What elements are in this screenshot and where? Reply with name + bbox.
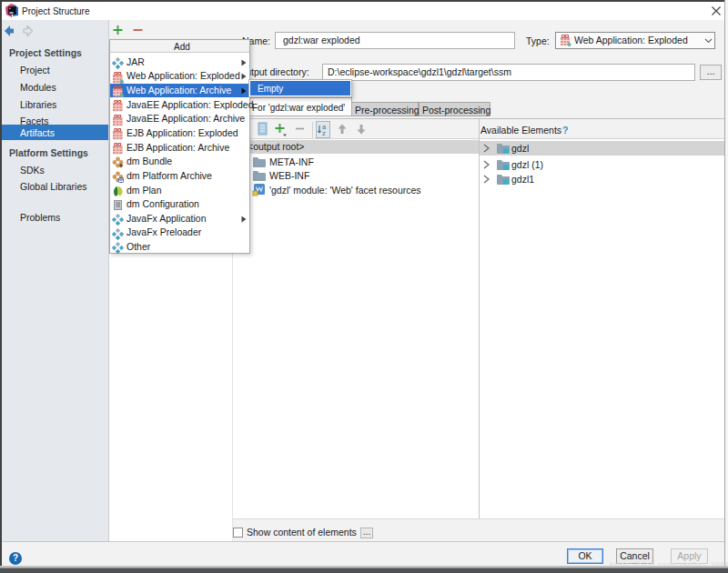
svg-text:z: z [322,129,326,137]
